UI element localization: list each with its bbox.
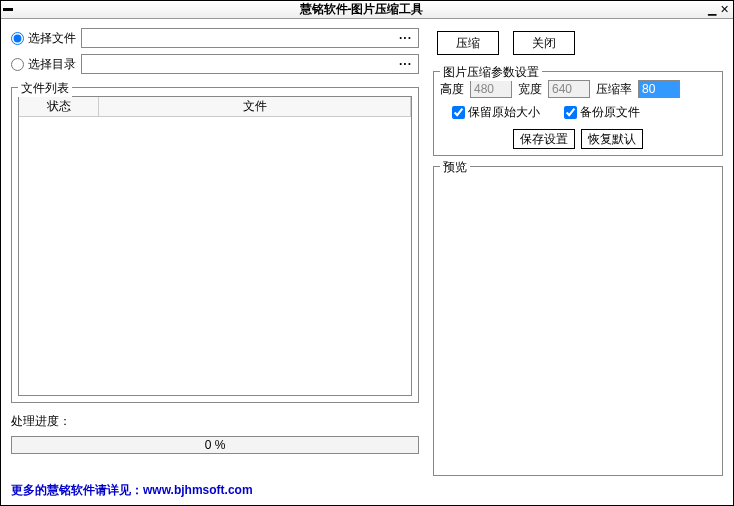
footer-prefix: 更多的慧铭软件请详见：: [11, 483, 143, 497]
width-label: 宽度: [518, 81, 542, 98]
preview-title: 预览: [440, 159, 470, 176]
restore-default-button[interactable]: 恢复默认: [581, 129, 643, 149]
save-settings-button[interactable]: 保存设置: [513, 129, 575, 149]
minimize-icon[interactable]: ▁: [708, 4, 716, 15]
backup-input[interactable]: [564, 106, 577, 119]
filelist-group: 文件列表 状态 文件: [11, 87, 419, 403]
footer-link: 更多的慧铭软件请详见：www.bjhmsoft.com: [11, 482, 723, 499]
preview-area: [440, 175, 716, 469]
radio-select-file-label: 选择文件: [28, 30, 76, 47]
radio-select-dir-label: 选择目录: [28, 56, 76, 73]
progress-label: 处理进度：: [11, 413, 419, 430]
dir-path-input[interactable]: ···: [81, 54, 419, 74]
close-icon[interactable]: ✕: [720, 4, 729, 15]
col-file[interactable]: 文件: [99, 97, 411, 116]
preview-group: 预览: [433, 166, 723, 476]
progress-text: 0 %: [205, 438, 226, 452]
browse-dir-icon[interactable]: ···: [397, 57, 414, 71]
content-area: 选择文件 ··· 选择目录 ··· 文件列表: [1, 19, 733, 505]
radio-select-file-input[interactable]: [11, 32, 24, 45]
radio-select-file[interactable]: 选择文件: [11, 30, 81, 47]
svg-rect-0: [3, 8, 13, 11]
height-label: 高度: [440, 81, 464, 98]
backup-label: 备份原文件: [580, 104, 640, 121]
radio-select-dir[interactable]: 选择目录: [11, 56, 81, 73]
filelist-title: 文件列表: [18, 80, 72, 97]
keep-size-checkbox[interactable]: 保留原始大小: [452, 104, 540, 121]
sys-menu-icon[interactable]: [1, 8, 15, 12]
footer-url[interactable]: www.bjhmsoft.com: [143, 483, 253, 497]
browse-file-icon[interactable]: ···: [397, 31, 414, 45]
height-input: [470, 80, 512, 98]
compress-button[interactable]: 压缩: [437, 31, 499, 55]
col-status[interactable]: 状态: [19, 97, 99, 116]
ratio-input[interactable]: [638, 80, 680, 98]
filelist-header: 状态 文件: [19, 97, 411, 117]
window-title: 慧铭软件-图片压缩工具: [15, 1, 708, 18]
file-path-input[interactable]: ···: [81, 28, 419, 48]
keep-size-input[interactable]: [452, 106, 465, 119]
params-title: 图片压缩参数设置: [440, 64, 542, 81]
app-window: 慧铭软件-图片压缩工具 ▁ ✕ 选择文件 ···: [0, 0, 734, 506]
backup-checkbox[interactable]: 备份原文件: [564, 104, 640, 121]
ratio-label: 压缩率: [596, 81, 632, 98]
width-input: [548, 80, 590, 98]
filelist-table[interactable]: 状态 文件: [18, 96, 412, 396]
radio-select-dir-input[interactable]: [11, 58, 24, 71]
filelist-body[interactable]: [19, 117, 411, 395]
progress-bar: 0 %: [11, 436, 419, 454]
keep-size-label: 保留原始大小: [468, 104, 540, 121]
titlebar: 慧铭软件-图片压缩工具 ▁ ✕: [1, 1, 733, 19]
close-button[interactable]: 关闭: [513, 31, 575, 55]
params-group: 图片压缩参数设置 高度 宽度 压缩率 保留原始大小: [433, 71, 723, 156]
